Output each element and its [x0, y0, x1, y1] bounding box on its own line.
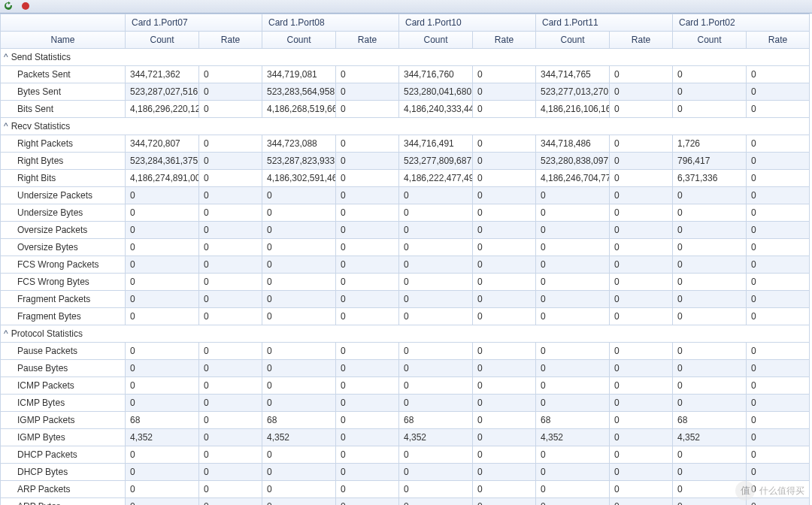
rate-cell: 0 — [747, 481, 810, 498]
count-cell: 344,716,760 — [399, 66, 473, 83]
rate-cell: 0 — [747, 101, 810, 118]
rate-cell: 0 — [610, 464, 673, 481]
table-row: Right Packets344,720,8070344,723,0880344… — [1, 135, 810, 153]
count-cell: 0 — [536, 291, 610, 308]
count-cell: 796,417 — [673, 153, 747, 170]
count-header[interactable]: Count — [673, 32, 747, 49]
rate-cell: 0 — [336, 170, 399, 187]
rate-cell: 0 — [747, 498, 810, 506]
rate-cell: 0 — [199, 481, 262, 498]
chevron-down-icon: ^ — [4, 121, 8, 132]
count-cell: 0 — [262, 360, 336, 377]
port-header[interactable]: Card 1.Port08 — [262, 14, 399, 32]
rate-cell: 0 — [199, 83, 262, 101]
table-row: Right Bytes523,284,361,3750523,287,823,9… — [1, 153, 810, 170]
count-cell: 4,186,246,704,776 — [536, 170, 610, 187]
count-cell: 4,352 — [399, 429, 473, 446]
count-header[interactable]: Count — [262, 32, 336, 49]
count-cell: 6,371,336 — [673, 170, 747, 187]
count-cell: 0 — [126, 343, 199, 360]
rate-cell: 0 — [473, 170, 536, 187]
rate-cell: 0 — [473, 222, 536, 239]
count-header[interactable]: Count — [536, 32, 610, 49]
statistics-table: Card 1.Port07 Card 1.Port08 Card 1.Port1… — [0, 14, 810, 505]
count-cell: 0 — [536, 274, 610, 291]
count-cell: 68 — [262, 412, 336, 429]
count-cell: 0 — [399, 377, 473, 395]
count-cell: 0 — [399, 274, 473, 291]
group-header[interactable]: ^Recv Statistics — [1, 118, 810, 135]
count-cell: 0 — [399, 343, 473, 360]
row-name: FCS Wrong Bytes — [1, 274, 126, 291]
count-cell: 0 — [262, 481, 336, 498]
rate-cell: 0 — [610, 204, 673, 222]
count-cell: 0 — [262, 446, 336, 464]
rate-cell: 0 — [199, 446, 262, 464]
rate-cell: 0 — [473, 412, 536, 429]
rate-cell: 0 — [610, 412, 673, 429]
rate-cell: 0 — [336, 377, 399, 395]
port-header[interactable]: Card 1.Port07 — [126, 14, 262, 32]
rate-header[interactable]: Rate — [199, 32, 262, 49]
rate-header[interactable]: Rate — [610, 32, 673, 49]
row-name: Bits Sent — [1, 101, 126, 118]
port-header[interactable]: Card 1.Port11 — [536, 14, 673, 32]
count-cell: 0 — [673, 204, 747, 222]
rate-cell: 0 — [610, 256, 673, 274]
rate-cell: 0 — [199, 464, 262, 481]
count-cell: 0 — [126, 395, 199, 412]
rate-cell: 0 — [336, 464, 399, 481]
count-cell: 0 — [673, 222, 747, 239]
count-cell: 0 — [536, 343, 610, 360]
rate-cell: 0 — [473, 153, 536, 170]
row-name: DHCP Bytes — [1, 464, 126, 481]
stop-icon[interactable] — [20, 1, 31, 11]
rate-cell: 0 — [747, 66, 810, 83]
row-name: Fragment Bytes — [1, 308, 126, 325]
count-cell: 0 — [126, 308, 199, 325]
count-cell: 0 — [673, 291, 747, 308]
rate-cell: 0 — [199, 395, 262, 412]
rate-header[interactable]: Rate — [747, 32, 810, 49]
count-cell: 523,280,041,680 — [399, 83, 473, 101]
count-cell: 0 — [262, 343, 336, 360]
count-cell: 0 — [399, 360, 473, 377]
port-header[interactable]: Card 1.Port10 — [399, 14, 536, 32]
port-header[interactable]: Card 1.Port02 — [673, 14, 810, 32]
count-cell: 0 — [673, 274, 747, 291]
rate-cell: 0 — [473, 101, 536, 118]
rate-cell: 0 — [610, 101, 673, 118]
name-header[interactable]: Name — [1, 32, 126, 49]
count-header[interactable]: Count — [399, 32, 473, 49]
row-name: Pause Packets — [1, 343, 126, 360]
count-cell: 0 — [126, 239, 199, 256]
count-cell: 0 — [536, 239, 610, 256]
group-header[interactable]: ^Send Statistics — [1, 49, 810, 66]
rate-header[interactable]: Rate — [473, 32, 536, 49]
rate-cell: 0 — [199, 412, 262, 429]
rate-header[interactable]: Rate — [336, 32, 399, 49]
count-cell: 0 — [536, 308, 610, 325]
count-cell: 0 — [399, 204, 473, 222]
count-header[interactable]: Count — [126, 32, 199, 49]
rate-cell: 0 — [473, 446, 536, 464]
rate-cell: 0 — [610, 498, 673, 506]
group-header[interactable]: ^Protocol Statistics — [1, 325, 810, 343]
rate-cell: 0 — [747, 308, 810, 325]
refresh-icon[interactable] — [3, 1, 14, 11]
rate-cell: 0 — [199, 360, 262, 377]
rate-cell: 0 — [610, 239, 673, 256]
rate-cell: 0 — [336, 360, 399, 377]
rate-cell: 0 — [473, 135, 536, 153]
count-cell: 0 — [399, 446, 473, 464]
rate-cell: 0 — [336, 222, 399, 239]
count-cell: 4,186,274,891,000 — [126, 170, 199, 187]
count-cell: 0 — [126, 464, 199, 481]
count-cell: 4,352 — [262, 429, 336, 446]
count-cell: 4,352 — [536, 429, 610, 446]
rate-cell: 0 — [610, 66, 673, 83]
group-title: Protocol Statistics — [11, 328, 83, 339]
rate-cell: 0 — [473, 204, 536, 222]
rate-cell: 0 — [473, 291, 536, 308]
count-cell: 1,726 — [673, 135, 747, 153]
